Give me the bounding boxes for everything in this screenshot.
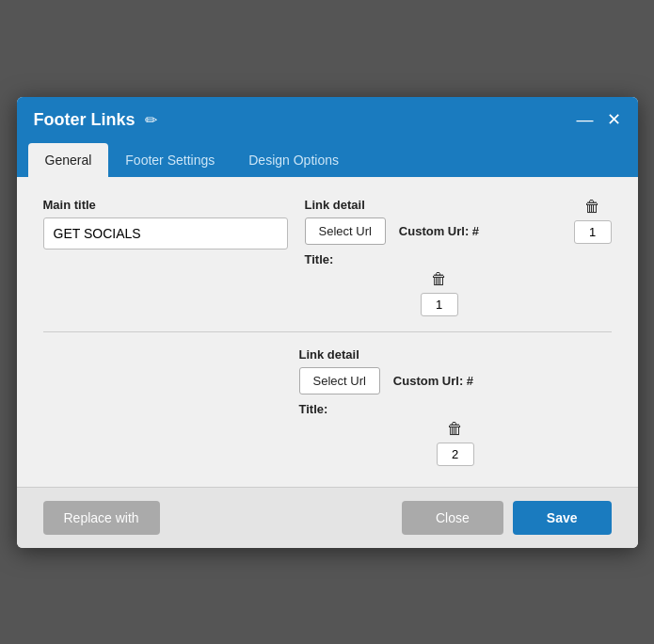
main-right-trash-1: 🗑 <box>574 198 612 244</box>
save-button[interactable]: Save <box>513 501 612 535</box>
tab-bar: General Footer Settings Design Options <box>17 143 638 177</box>
title-label-2: Title: <box>299 402 612 416</box>
link-detail-1-inner: Link detail Select Url Custom Url: # Tit… <box>305 198 574 316</box>
title-label-1: Title: <box>305 252 574 266</box>
main-title-input[interactable] <box>43 217 288 250</box>
sort-input-1[interactable] <box>421 293 458 316</box>
link-detail-2-row: Select Url Custom Url: # <box>299 367 612 394</box>
top-area: Main title Link detail Select Url Custom… <box>43 198 612 316</box>
main-title-section: Main title <box>43 198 288 250</box>
title-bar-controls: — ✕ <box>577 111 621 128</box>
footer-right: Close Save <box>402 501 612 535</box>
title-bar: Footer Links ✏ — ✕ <box>17 97 638 143</box>
sort-box-1: 🗑 <box>305 270 574 316</box>
trash-icon-1[interactable]: 🗑 <box>431 270 447 289</box>
link-detail-2-inner: Link detail Select Url Custom Url: # Tit… <box>299 347 612 466</box>
tab-design-options[interactable]: Design Options <box>231 143 356 177</box>
link-detail-1-label: Link detail <box>305 198 574 212</box>
main-title-label: Main title <box>43 198 288 212</box>
footer-links-dialog: Footer Links ✏ — ✕ General Footer Settin… <box>17 97 638 548</box>
tab-general[interactable]: General <box>28 143 109 177</box>
custom-url-text-2: Custom Url: # <box>393 374 473 388</box>
link-detail-2-section: Link detail Select Url Custom Url: # Tit… <box>43 347 612 466</box>
select-url-button-1[interactable]: Select Url <box>305 217 386 245</box>
title-bar-left: Footer Links ✏ <box>34 110 157 130</box>
link-detail-1-section: Link detail Select Url Custom Url: # Tit… <box>305 198 612 316</box>
sort-input-2[interactable] <box>437 443 474 466</box>
top-trash-icon-1[interactable]: 🗑 <box>584 198 600 217</box>
edit-icon[interactable]: ✏ <box>145 111 157 129</box>
sort-box-2: 🗑 <box>299 420 612 466</box>
link-detail-1-row: Select Url Custom Url: # <box>305 217 574 245</box>
section-divider <box>43 331 612 332</box>
select-url-button-2[interactable]: Select Url <box>299 367 380 394</box>
footer-left: Replace with <box>43 501 160 535</box>
trash-icon-2[interactable]: 🗑 <box>447 420 463 439</box>
minimize-button[interactable]: — <box>577 111 594 128</box>
replace-with-button[interactable]: Replace with <box>43 501 160 535</box>
close-dialog-button[interactable]: Close <box>402 501 503 535</box>
top-sort-input-1[interactable] <box>574 220 612 244</box>
custom-url-text-1: Custom Url: # <box>399 224 479 238</box>
footer-bar: Replace with Close Save <box>17 487 638 548</box>
content-area: Main title Link detail Select Url Custom… <box>17 177 638 487</box>
link-detail-2-label: Link detail <box>299 347 612 362</box>
dialog-title: Footer Links <box>34 110 136 130</box>
tab-footer-settings[interactable]: Footer Settings <box>108 143 231 177</box>
close-button[interactable]: ✕ <box>607 111 621 128</box>
